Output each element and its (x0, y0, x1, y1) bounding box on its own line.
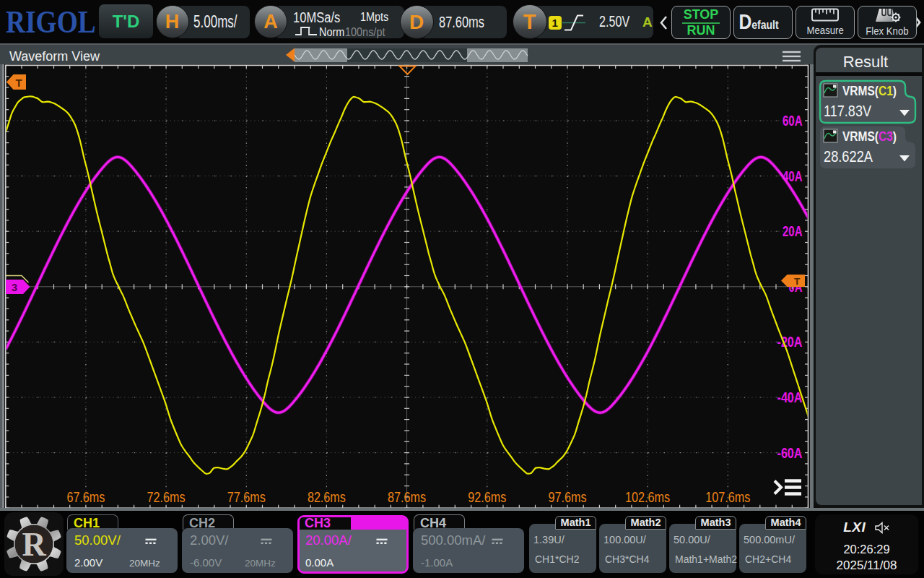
svg-text:102.6ms: 102.6ms (625, 489, 670, 505)
svg-text:T: T (15, 77, 22, 89)
svg-text:67.6ms: 67.6ms (66, 489, 105, 505)
svg-text:3: 3 (12, 282, 17, 293)
svg-text:77.6ms: 77.6ms (227, 489, 266, 505)
svg-text:20A: 20A (783, 223, 803, 239)
svg-text:92.6ms: 92.6ms (468, 489, 506, 505)
svg-text:T: T (794, 276, 801, 287)
svg-text:82.6ms: 82.6ms (308, 489, 346, 505)
svg-text:VRMS(C3): VRMS(C3) (842, 129, 897, 144)
svg-text:VRMS(C1): VRMS(C1) (842, 84, 897, 98)
svg-text:87.6ms: 87.6ms (388, 489, 426, 505)
svg-text:-40A: -40A (777, 389, 803, 405)
svg-text:28.622A: 28.622A (824, 148, 873, 165)
svg-text:R: R (22, 526, 46, 563)
svg-text:60A: 60A (783, 113, 803, 129)
svg-text:72.6ms: 72.6ms (147, 489, 186, 505)
svg-text:107.6ms: 107.6ms (705, 489, 750, 505)
svg-text:97.6ms: 97.6ms (549, 489, 587, 505)
svg-text:-60A: -60A (777, 445, 803, 461)
svg-text:117.83V: 117.83V (824, 103, 872, 120)
